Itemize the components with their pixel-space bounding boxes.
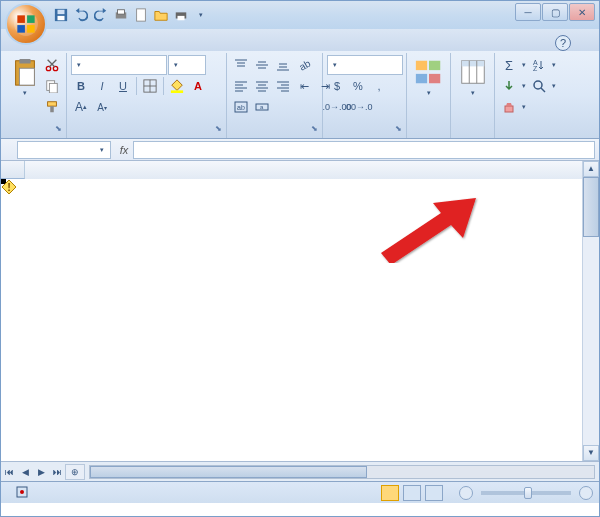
svg-text:Z: Z <box>533 65 538 72</box>
svg-line-59 <box>541 88 545 92</box>
zoom-slider[interactable] <box>481 491 571 495</box>
select-all-corner[interactable] <box>1 161 25 179</box>
decrease-decimal-icon[interactable]: .00→.0 <box>348 97 368 117</box>
sheet-nav-next-icon[interactable]: ▶ <box>33 464 49 480</box>
align-top-icon[interactable] <box>231 55 251 75</box>
scroll-up-icon[interactable]: ▲ <box>583 161 599 177</box>
vertical-scrollbar[interactable]: ▲ ▼ <box>582 161 599 461</box>
cells-group-label <box>455 134 490 136</box>
help-icon[interactable]: ? <box>555 35 571 51</box>
svg-rect-6 <box>137 9 146 21</box>
svg-rect-16 <box>48 102 57 106</box>
cells-button[interactable]: ▾ <box>455 55 490 97</box>
new-sheet-icon[interactable]: ⊕ <box>65 464 85 480</box>
editing-group-label <box>499 134 563 136</box>
percent-icon[interactable]: % <box>348 76 368 96</box>
font-size-combo[interactable]: ▾ <box>168 55 206 75</box>
align-center-icon[interactable] <box>252 76 272 96</box>
svg-text:ab: ab <box>297 58 311 72</box>
print-preview-icon[interactable] <box>113 7 129 23</box>
clipboard-launcher-icon[interactable]: ⬊ <box>52 124 64 136</box>
error-indicator-icon[interactable]: ! <box>1 179 17 195</box>
zoom-in-button[interactable] <box>579 486 593 500</box>
macro-record-icon[interactable] <box>15 485 29 501</box>
formula-bar[interactable] <box>133 141 595 159</box>
cut-icon[interactable] <box>42 55 62 75</box>
office-button[interactable] <box>5 3 47 45</box>
svg-text:a: a <box>260 104 264 110</box>
border-button[interactable] <box>140 76 160 96</box>
sheet-tab-bar: ⏮ ◀ ▶ ⏭ ⊕ <box>1 461 599 481</box>
font-launcher-icon[interactable]: ⬊ <box>212 124 224 136</box>
align-left-icon[interactable] <box>231 76 251 96</box>
find-select-icon[interactable] <box>529 76 549 96</box>
align-right-icon[interactable] <box>273 76 293 96</box>
undo-icon[interactable] <box>73 7 89 23</box>
merge-center-icon[interactable]: a <box>252 97 272 117</box>
autosum-icon[interactable]: Σ <box>499 55 519 75</box>
sheet-nav-first-icon[interactable]: ⏮ <box>1 464 17 480</box>
name-box[interactable]: ▾ <box>17 141 111 159</box>
italic-button[interactable]: I <box>92 76 112 96</box>
zoom-out-button[interactable] <box>459 486 473 500</box>
sort-filter-icon[interactable]: AZ <box>529 55 549 75</box>
qat-customize-icon[interactable]: ▾ <box>193 7 209 23</box>
redo-icon[interactable] <box>93 7 109 23</box>
quick-access-toolbar: ▾ <box>53 7 209 23</box>
clear-icon[interactable] <box>499 97 519 117</box>
alignment-group-label <box>231 134 318 136</box>
svg-rect-2 <box>58 10 65 14</box>
view-page-break-button[interactable] <box>425 485 443 501</box>
open-icon[interactable] <box>153 7 169 23</box>
svg-point-58 <box>534 81 542 89</box>
horizontal-scrollbar[interactable] <box>89 465 595 479</box>
hscroll-thumb[interactable] <box>90 466 367 478</box>
wrap-text-icon[interactable]: ab <box>231 97 251 117</box>
alignment-launcher-icon[interactable]: ⬊ <box>308 124 320 136</box>
svg-rect-8 <box>178 16 185 20</box>
fill-color-button[interactable] <box>167 76 187 96</box>
grow-font-icon[interactable]: A▴ <box>71 97 91 117</box>
indent-decrease-icon[interactable]: ⇤ <box>294 76 314 96</box>
comma-icon[interactable]: , <box>369 76 389 96</box>
bold-button[interactable]: B <box>71 76 91 96</box>
align-bottom-icon[interactable] <box>273 55 293 75</box>
svg-text:ab: ab <box>237 104 245 111</box>
font-color-button[interactable]: A <box>188 76 208 96</box>
fx-icon[interactable]: fx <box>115 144 133 156</box>
close-button[interactable]: ✕ <box>569 3 595 21</box>
worksheet-grid[interactable]: ▲ ▼ ! <box>1 161 599 461</box>
new-icon[interactable] <box>133 7 149 23</box>
svg-rect-60 <box>505 106 513 112</box>
save-icon[interactable] <box>53 7 69 23</box>
svg-rect-5 <box>118 10 125 14</box>
shrink-font-icon[interactable]: A▾ <box>92 97 112 117</box>
fill-icon[interactable] <box>499 76 519 96</box>
paste-button[interactable]: ▾ <box>9 55 40 97</box>
number-format-combo[interactable]: ▾ <box>327 55 403 75</box>
align-middle-icon[interactable] <box>252 55 272 75</box>
view-page-layout-button[interactable] <box>403 485 421 501</box>
quick-print-icon[interactable] <box>173 7 189 23</box>
styles-button[interactable]: ▾ <box>411 55 446 97</box>
group-number: ▾ $ % , .0→.00 .00→.0 ⬊ <box>323 53 407 138</box>
sheet-nav-last-icon[interactable]: ⏭ <box>49 464 65 480</box>
maximize-button[interactable]: ▢ <box>542 3 568 21</box>
zoom-thumb[interactable] <box>524 487 532 499</box>
sheet-nav-prev-icon[interactable]: ◀ <box>17 464 33 480</box>
currency-icon[interactable]: $ <box>327 76 347 96</box>
group-font: ▾ ▾ B I U A A▴ A▾ ⬊ <box>67 53 227 138</box>
view-normal-button[interactable] <box>381 485 399 501</box>
styles-group-label <box>411 134 446 136</box>
orientation-icon[interactable]: ab <box>294 55 314 75</box>
format-painter-icon[interactable] <box>42 97 62 117</box>
font-name-combo[interactable]: ▾ <box>71 55 167 75</box>
underline-button[interactable]: U <box>113 76 133 96</box>
vscroll-thumb[interactable] <box>583 177 599 237</box>
svg-rect-11 <box>19 68 34 85</box>
number-launcher-icon[interactable]: ⬊ <box>392 124 404 136</box>
copy-icon[interactable] <box>42 76 62 96</box>
scroll-down-icon[interactable]: ▼ <box>583 445 599 461</box>
number-group-label <box>327 134 402 136</box>
minimize-button[interactable]: ─ <box>515 3 541 21</box>
